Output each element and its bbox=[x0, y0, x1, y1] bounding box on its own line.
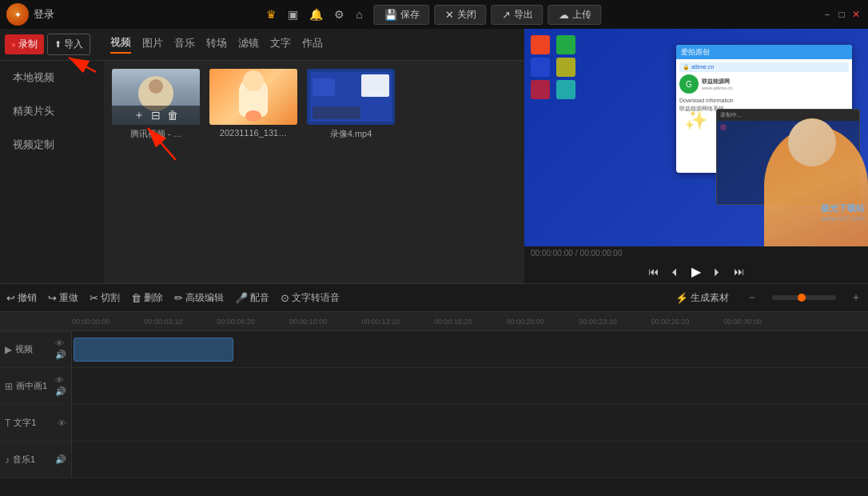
toolbar: 录制 ⬆ 导入 bbox=[0, 29, 104, 61]
generate-icon: ⚡ bbox=[675, 292, 688, 304]
pip-track-name: 画中画1 bbox=[16, 380, 47, 392]
mic-icon: 🎤 bbox=[235, 292, 248, 304]
edit-icon[interactable]: ⊟ bbox=[151, 109, 161, 122]
video-audio-toggle[interactable]: 🔊 bbox=[55, 350, 66, 360]
app-logo: ✦ bbox=[6, 3, 29, 26]
add-to-timeline-icon[interactable]: ＋ bbox=[133, 108, 145, 122]
text-track-content[interactable] bbox=[72, 405, 868, 441]
preview-background: 爱拍原创 🔒 attime.cn G 联益能源网 www.at bbox=[524, 29, 868, 246]
sidebar-item-custom[interactable]: 视频定制 bbox=[0, 128, 104, 162]
preview-panel: 爱拍原创 🔒 attime.cn G 联益能源网 www.at bbox=[524, 29, 868, 283]
pip-track: ⊞ 画中画1 👁 🔊 bbox=[0, 368, 868, 405]
home-icon: ⌂ bbox=[356, 8, 362, 21]
generate-button[interactable]: ⚡ 生成素材 bbox=[675, 291, 729, 305]
media-thumbnail bbox=[209, 69, 297, 125]
ruler-mark: 00:00:06:20 bbox=[217, 318, 289, 326]
tab-works[interactable]: 作品 bbox=[302, 36, 323, 53]
media-thumbnail bbox=[307, 69, 395, 125]
content-tabs: 视频 图片 音乐 转场 滤镜 文字 作品 bbox=[104, 29, 524, 61]
monitor-icon: ▣ bbox=[288, 8, 298, 21]
list-item[interactable]: ＋ ⊟ 🗑 腾讯视频 - … bbox=[112, 69, 200, 140]
ruler-mark: 00:00:30:00 bbox=[723, 318, 796, 326]
tab-filter[interactable]: 滤镜 bbox=[238, 36, 259, 53]
left-panel: 录制 ⬆ 导入 本地视频 精美片头 视频定制 bbox=[0, 29, 104, 283]
undo-button[interactable]: ↩ 撤销 bbox=[6, 291, 37, 305]
upload-icon: ☁ bbox=[559, 9, 569, 21]
pip-eye-toggle[interactable]: 👁 bbox=[55, 375, 66, 385]
media-item-label: 录像4.mp4 bbox=[307, 128, 395, 140]
window-close-button[interactable]: ✕ bbox=[850, 9, 862, 20]
media-thumb-overlay: ＋ ⊟ 🗑 bbox=[112, 106, 200, 125]
video-clip[interactable] bbox=[74, 338, 233, 362]
ruler-mark: 00:00:03:10 bbox=[145, 318, 217, 326]
sidebar-item-local[interactable]: 本地视频 bbox=[0, 61, 104, 94]
ruler-mark: 00:00:00:00 bbox=[72, 318, 145, 326]
tab-image[interactable]: 图片 bbox=[142, 36, 163, 53]
play-pause-button[interactable]: ▶ bbox=[691, 264, 701, 279]
minimize-button[interactable]: － bbox=[822, 9, 833, 20]
zoom-in-button[interactable]: ＋ bbox=[850, 290, 862, 305]
sidebar-item-featured[interactable]: 精美片头 bbox=[0, 94, 104, 128]
ruler-mark: 00:00:23:10 bbox=[579, 318, 651, 326]
text-track: T 文字1 👁 bbox=[0, 405, 868, 442]
delete-icon[interactable]: 🗑 bbox=[167, 109, 178, 122]
vip-icon: ♛ bbox=[266, 8, 277, 21]
tab-music[interactable]: 音乐 bbox=[174, 36, 195, 53]
music-audio-toggle[interactable]: 🔊 bbox=[55, 454, 66, 464]
export-button[interactable]: ↗ 导出 bbox=[492, 5, 543, 25]
text-track-icon: T bbox=[5, 418, 10, 429]
timeline-ruler: 00:00:00:00 00:00:03:10 00:00:06:20 00:0… bbox=[0, 312, 868, 331]
import-button[interactable]: ⬆ 导入 bbox=[47, 34, 90, 55]
video-track: ▶ 视频 👁 🔊 bbox=[0, 331, 868, 368]
text-track-label: T 文字1 👁 bbox=[0, 405, 72, 441]
tab-video[interactable]: 视频 bbox=[110, 35, 131, 54]
save-button[interactable]: 💾 保存 bbox=[374, 5, 430, 25]
edit-toolbar: ↩ 撤销 ↪ 重做 ✂ 切割 🗑 删除 ✏ 高级编辑 🎤 配音 ⊙ 文字转语音 … bbox=[0, 283, 868, 312]
step-forward-button[interactable]: ⏵ bbox=[712, 266, 723, 278]
dubbing-button[interactable]: 🎤 配音 bbox=[235, 291, 269, 305]
close-doc-icon: ✕ bbox=[445, 9, 454, 21]
list-item[interactable]: 20231116_131… bbox=[209, 69, 297, 140]
tab-text[interactable]: 文字 bbox=[270, 36, 291, 53]
step-back-button[interactable]: ⏴ bbox=[670, 266, 680, 278]
cut-button[interactable]: ✂ 切割 bbox=[90, 291, 120, 305]
tab-transfer[interactable]: 转场 bbox=[206, 36, 227, 53]
maximize-button[interactable]: □ bbox=[836, 9, 847, 20]
title-bar: ✦ 登录 ♛ ▣ 🔔 ⚙ ⌂ 💾 保存 ✕ 关闭 ↗ 导出 ☁ 上传 － □ ✕ bbox=[0, 0, 868, 29]
content-area: 视频 图片 音乐 转场 滤镜 文字 作品 ＋ bbox=[104, 29, 524, 283]
video-track-icon: ▶ bbox=[5, 344, 12, 355]
pip-audio-toggle[interactable]: 🔊 bbox=[55, 386, 66, 397]
advanced-edit-button[interactable]: ✏ 高级编辑 bbox=[174, 291, 224, 305]
pip-track-content[interactable] bbox=[72, 368, 868, 404]
media-item-label: 20231116_131… bbox=[209, 128, 297, 138]
zoom-slider[interactable] bbox=[772, 295, 836, 300]
media-thumbnail: ＋ ⊟ 🗑 bbox=[112, 69, 200, 125]
music-track: ♪ 音乐1 🔊 bbox=[0, 442, 868, 478]
close-button[interactable]: ✕ 关闭 bbox=[435, 5, 487, 25]
delete-button[interactable]: 🗑 删除 bbox=[131, 291, 163, 305]
list-item[interactable]: 录像4.mp4 bbox=[307, 69, 395, 140]
music-track-icon: ♪ bbox=[5, 454, 10, 466]
preview-controls: 00:00:00:00 / 00:00:00:00 ⏮ ⏴ ▶ ⏵ ⏭ bbox=[524, 246, 868, 283]
title-toolbar: ♛ ▣ 🔔 ⚙ ⌂ 💾 保存 ✕ 关闭 ↗ 导出 ☁ 上传 bbox=[266, 5, 601, 25]
music-track-content[interactable] bbox=[72, 442, 868, 478]
upload-button[interactable]: ☁ 上传 bbox=[548, 5, 602, 25]
timeline-tracks: ▶ 视频 👁 🔊 ⊞ 画中画1 👁 🔊 bbox=[0, 331, 868, 478]
login-button[interactable]: 登录 bbox=[34, 7, 54, 22]
bell-icon: 🔔 bbox=[309, 8, 323, 21]
video-eye-toggle[interactable]: 👁 bbox=[55, 338, 66, 348]
zoom-handle[interactable] bbox=[798, 294, 806, 302]
text-eye-toggle[interactable]: 👁 bbox=[58, 418, 66, 428]
tts-icon: ⊙ bbox=[281, 292, 289, 304]
record-button[interactable]: 录制 bbox=[5, 34, 44, 54]
skip-to-end-button[interactable]: ⏭ bbox=[734, 266, 744, 278]
ruler-mark: 00:00:10:00 bbox=[289, 318, 362, 326]
zoom-out-button[interactable]: － bbox=[747, 290, 758, 305]
tts-button[interactable]: ⊙ 文字转语音 bbox=[281, 291, 340, 305]
video-track-content[interactable] bbox=[72, 331, 868, 367]
cut-icon: ✂ bbox=[90, 292, 98, 304]
pip-track-icon: ⊞ bbox=[5, 381, 13, 392]
skip-to-start-button[interactable]: ⏮ bbox=[648, 266, 659, 278]
redo-button[interactable]: ↪ 重做 bbox=[48, 291, 78, 305]
desktop-icons bbox=[531, 35, 579, 99]
